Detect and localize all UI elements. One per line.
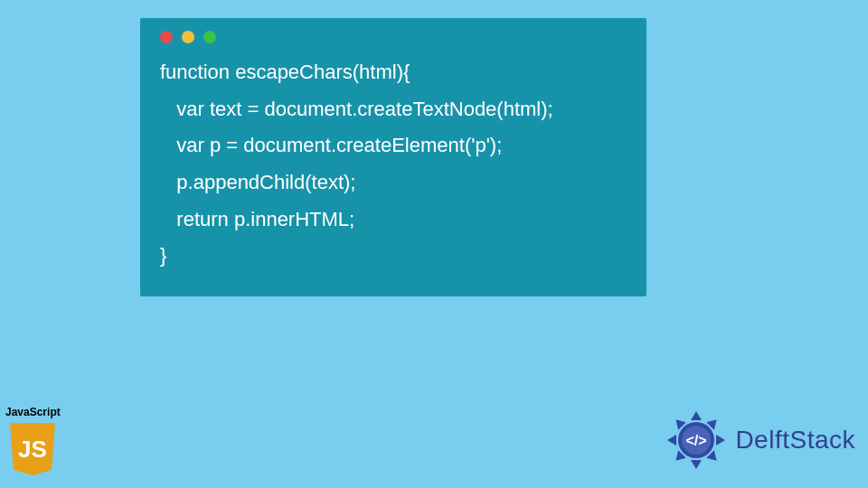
svg-marker-2 [691,460,702,469]
javascript-label: JavaScript [5,406,61,418]
svg-marker-1 [691,411,702,420]
brand-name: DelftStack [735,426,855,455]
javascript-shield-icon: JS [8,421,57,477]
minimize-icon [182,31,194,43]
window-traffic-lights [140,18,646,49]
code-block: function escapeChars(html){ var text = d… [140,49,646,280]
svg-marker-3 [667,435,676,446]
close-icon [160,31,173,43]
brand: </> DelftStack [665,408,855,472]
js-glyph: JS [18,436,47,463]
javascript-badge: JavaScript JS [5,406,61,477]
code-window: function escapeChars(html){ var text = d… [140,18,646,296]
maximize-icon [203,31,216,43]
brand-logo-icon: </> [665,408,728,472]
brand-glyph: </> [686,433,707,448]
svg-marker-4 [716,435,725,446]
